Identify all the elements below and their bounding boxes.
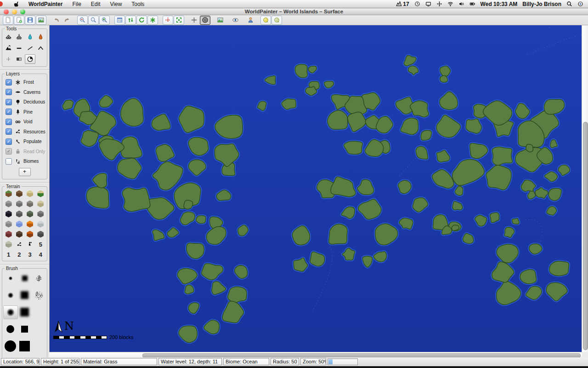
menu-edit[interactable]: Edit <box>91 1 101 7</box>
tool-mountains-button[interactable] <box>3 43 14 53</box>
terrain-block-17[interactable] <box>15 230 24 238</box>
tool-pyramid-eye-button[interactable] <box>3 32 14 42</box>
vertical-scroll-thumb[interactable] <box>583 122 588 350</box>
menu-tools[interactable]: Tools <box>131 1 144 7</box>
tool-spray-button[interactable] <box>3 54 14 64</box>
tool-pyramid-eye2-button[interactable] <box>14 32 24 42</box>
map-viewport[interactable]: N 200 blocks <box>49 25 582 352</box>
toolbar-person-button[interactable] <box>245 16 256 25</box>
terrain-slot-1[interactable]: 1 <box>4 251 13 259</box>
terrain-slot-2[interactable]: 2 <box>15 251 24 259</box>
menubar-battery-item[interactable] <box>469 1 475 7</box>
terrain-block-19[interactable] <box>36 230 45 238</box>
toolbar-redo-button[interactable] <box>62 16 73 25</box>
tool-flatten-button[interactable] <box>14 43 24 53</box>
menubar-volume-item[interactable] <box>458 1 464 7</box>
menu-view[interactable]: View <box>110 1 122 7</box>
menu-clock-text[interactable]: Wed 10:33 AM <box>481 1 518 7</box>
menubar-notification-item[interactable] <box>577 1 583 7</box>
terrain-block-15[interactable] <box>36 220 45 228</box>
tool-raise-button[interactable] <box>35 43 46 53</box>
zoom-window-button[interactable] <box>20 9 25 14</box>
brush-square-solid-button[interactable] <box>18 323 32 336</box>
toolbar-import-file-button[interactable] <box>14 16 24 25</box>
layer-checkbox-frost[interactable]: ✓ <box>6 79 12 86</box>
terrain-block-10[interactable] <box>25 210 34 218</box>
terrain-block-9[interactable] <box>15 210 24 218</box>
menubar-signal-graph-item[interactable]: 17 <box>396 1 409 7</box>
layer-checkbox-biomes[interactable] <box>6 158 12 165</box>
layer-checkbox-caverns[interactable]: ✓ <box>6 89 12 95</box>
brush-circle-solid-button[interactable] <box>4 340 17 353</box>
tool-slope-button[interactable] <box>25 43 35 53</box>
tool-water-drop-button[interactable] <box>25 32 35 42</box>
terrain-block-4[interactable] <box>4 200 13 208</box>
window-title-bar[interactable]: WorldPainter – World Islands – Surface <box>0 8 588 15</box>
apple-menu-icon[interactable] <box>14 1 20 7</box>
terrain-block-18[interactable] <box>25 230 34 238</box>
tool-sphere-button[interactable] <box>25 54 35 64</box>
terrain-slot-4[interactable]: 4 <box>36 251 45 259</box>
close-button[interactable] <box>4 9 9 14</box>
brush-square-button[interactable] <box>18 306 32 319</box>
brush-square-button[interactable] <box>18 289 32 302</box>
toolbar-export-image-button[interactable] <box>36 16 46 25</box>
terrain-block-14[interactable] <box>25 220 34 228</box>
terrain-block-5[interactable] <box>15 200 24 208</box>
layer-checkbox-pine[interactable]: ✓ <box>6 109 12 115</box>
horizontal-scroll-thumb[interactable] <box>142 353 581 358</box>
terrain-block-2[interactable] <box>25 190 34 198</box>
terrain-block-8[interactable] <box>4 210 13 218</box>
terrain-slot-3[interactable]: 3 <box>25 251 34 259</box>
terrain-statue-button[interactable] <box>25 241 34 248</box>
terrain-block-13[interactable] <box>15 220 24 228</box>
menubar-move-cross-item[interactable] <box>436 1 442 7</box>
layer-checkbox-resources[interactable]: ✓ <box>6 128 12 135</box>
menu-worldpainter[interactable]: WorldPainter <box>28 1 62 7</box>
toolbar-rotate-button[interactable] <box>136 16 147 25</box>
terrain-block-11[interactable] <box>36 210 45 218</box>
terrain-slot-5[interactable]: 5 <box>36 241 45 248</box>
toolbar-crosshair-button[interactable] <box>189 16 199 25</box>
toolbar-snowflake-button[interactable] <box>147 16 158 25</box>
toolbar-bulb-on-button[interactable] <box>260 16 271 25</box>
toolbar-eye-button[interactable] <box>230 16 241 25</box>
terrain-block-3[interactable] <box>36 190 45 198</box>
terrain-block-6[interactable] <box>25 200 34 208</box>
toolbar-zoom-in-button[interactable] <box>99 16 110 25</box>
menubar-clock-item[interactable] <box>414 1 420 7</box>
terrain-block-12[interactable] <box>4 220 13 228</box>
brush-noise-button[interactable] <box>32 272 46 285</box>
toolbar-save-button[interactable] <box>25 16 35 25</box>
toolbar-expand-button[interactable] <box>174 16 184 25</box>
toolbar-target-button[interactable] <box>200 16 210 25</box>
terrain-block-20[interactable] <box>4 241 13 248</box>
add-layer-button[interactable]: + <box>19 168 31 176</box>
terrain-block-16[interactable] <box>4 230 13 238</box>
toolbar-sort-updown-button[interactable] <box>125 16 136 25</box>
vertical-scrollbar[interactable] <box>582 25 588 352</box>
brush-circle-button[interactable] <box>4 272 17 285</box>
toolbar-undo-button[interactable] <box>51 16 62 25</box>
brush-noise-button[interactable] <box>32 289 46 302</box>
minimize-button[interactable] <box>12 9 17 14</box>
toolbar-zoom-out-button[interactable] <box>77 16 88 25</box>
toolbar-bulb-off-button[interactable] <box>271 16 282 25</box>
toolbar-zoom-reset-button[interactable] <box>88 16 99 25</box>
brush-square-solid-button[interactable] <box>18 340 32 353</box>
layer-checkbox-populate[interactable]: ✓ <box>6 138 12 145</box>
toolbar-new-file-button[interactable] <box>3 16 13 25</box>
brush-circle-button[interactable] <box>4 289 17 302</box>
layer-checkbox-deciduous[interactable]: ✓ <box>6 99 12 105</box>
terrain-block-7[interactable] <box>36 200 45 208</box>
terrain-block-1[interactable] <box>15 190 24 198</box>
brush-circle-solid-button[interactable] <box>4 323 17 336</box>
menu-user-name[interactable]: Billy-Jo Brison <box>522 1 561 7</box>
menu-file[interactable]: File <box>72 1 81 7</box>
terrain-block-0[interactable] <box>4 190 13 198</box>
menubar-wifi-item[interactable] <box>447 1 453 7</box>
brush-circle-button[interactable] <box>4 306 17 319</box>
menubar-spotlight-item[interactable] <box>566 1 572 7</box>
tool-gradient-box-button[interactable] <box>14 54 24 64</box>
map-canvas[interactable] <box>50 25 582 352</box>
